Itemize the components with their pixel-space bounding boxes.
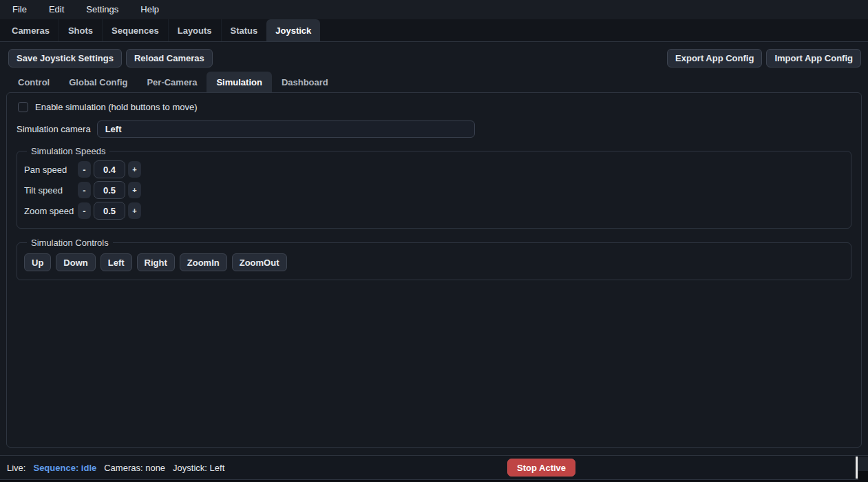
tilt-speed-row: Tilt speed - 0.5 + xyxy=(24,180,843,200)
simulation-camera-label: Simulation camera xyxy=(17,124,91,134)
menu-help[interactable]: Help xyxy=(129,0,170,19)
simulation-controls-group: Simulation Controls Up Down Left Right Z… xyxy=(17,238,851,280)
tilt-speed-stepper: - 0.5 + xyxy=(78,181,141,199)
enable-simulation-label: Enable simulation (hold buttons to move) xyxy=(35,102,198,112)
zoom-speed-increment-button[interactable]: + xyxy=(128,202,141,219)
pan-speed-stepper: - 0.4 + xyxy=(78,160,141,178)
sim-left-button[interactable]: Left xyxy=(100,253,132,271)
menu-edit[interactable]: Edit xyxy=(38,0,75,19)
tab-joystick[interactable]: Joystick xyxy=(266,19,320,41)
simulation-controls-row: Up Down Left Right ZoomIn ZoomOut xyxy=(24,251,843,273)
menu-file[interactable]: File xyxy=(1,0,38,19)
sim-up-button[interactable]: Up xyxy=(24,253,51,271)
scrollbar-thumb[interactable] xyxy=(856,457,858,479)
status-bar: Live: Sequence: idle Cameras: none Joyst… xyxy=(0,455,868,480)
status-live-label: Live: xyxy=(7,463,25,473)
tab-sequences[interactable]: Sequences xyxy=(102,19,168,41)
tilt-speed-value[interactable]: 0.5 xyxy=(94,181,125,199)
simulation-controls-legend: Simulation Controls xyxy=(27,238,113,248)
subtab-global-config[interactable]: Global Config xyxy=(59,72,137,92)
sim-down-button[interactable]: Down xyxy=(56,253,95,271)
zoom-speed-label: Zoom speed xyxy=(24,206,78,216)
pan-speed-label: Pan speed xyxy=(24,165,78,175)
enable-simulation-row: Enable simulation (hold buttons to move) xyxy=(18,102,851,112)
simulation-camera-input[interactable] xyxy=(97,120,475,138)
zoom-speed-stepper: - 0.5 + xyxy=(78,202,141,220)
simulation-speeds-legend: Simulation Speeds xyxy=(27,146,109,156)
tab-shots[interactable]: Shots xyxy=(59,19,102,41)
joystick-toolbar: Save Joystick Settings Reload Cameras Ex… xyxy=(0,42,868,72)
pan-speed-decrement-button[interactable]: - xyxy=(78,161,91,178)
tilt-speed-label: Tilt speed xyxy=(24,185,78,196)
status-cameras: Cameras: none xyxy=(104,463,165,473)
sim-zoomout-button[interactable]: ZoomOut xyxy=(232,253,287,271)
joystick-page: Save Joystick Settings Reload Cameras Ex… xyxy=(0,41,868,455)
tab-status[interactable]: Status xyxy=(221,19,267,41)
main-tab-bar: Cameras Shots Sequences Layouts Status J… xyxy=(0,19,868,41)
status-sequence: Sequence: idle xyxy=(33,463,96,473)
sim-zoomin-button[interactable]: ZoomIn xyxy=(180,253,227,271)
zoom-speed-decrement-button[interactable]: - xyxy=(78,202,91,219)
menu-bar: File Edit Settings Help xyxy=(0,0,868,19)
simulation-camera-row: Simulation camera xyxy=(17,120,851,138)
menu-settings[interactable]: Settings xyxy=(75,0,129,19)
pan-speed-value[interactable]: 0.4 xyxy=(94,160,125,178)
tab-layouts[interactable]: Layouts xyxy=(168,19,221,41)
tab-cameras[interactable]: Cameras xyxy=(0,19,59,41)
stop-active-button[interactable]: Stop Active xyxy=(507,459,575,476)
joystick-sub-tab-bar: Control Global Config Per-Camera Simulat… xyxy=(8,72,868,92)
subtab-dashboard[interactable]: Dashboard xyxy=(272,72,338,92)
sim-right-button[interactable]: Right xyxy=(137,253,175,271)
status-joystick: Joystick: Left xyxy=(173,463,224,473)
simulation-panel: Enable simulation (hold buttons to move)… xyxy=(6,92,862,448)
subtab-control[interactable]: Control xyxy=(8,72,59,92)
scrollbar-corner xyxy=(858,471,868,480)
import-app-config-button[interactable]: Import App Config xyxy=(766,49,861,67)
tilt-speed-increment-button[interactable]: + xyxy=(128,182,141,198)
zoom-speed-value[interactable]: 0.5 xyxy=(94,202,125,220)
export-app-config-button[interactable]: Export App Config xyxy=(667,49,762,67)
enable-simulation-checkbox[interactable] xyxy=(18,102,28,112)
save-joystick-settings-button[interactable]: Save Joystick Settings xyxy=(8,49,122,67)
zoom-speed-row: Zoom speed - 0.5 + xyxy=(24,200,843,221)
subtab-per-camera[interactable]: Per-Camera xyxy=(137,72,207,92)
subtab-simulation[interactable]: Simulation xyxy=(207,72,271,92)
pan-speed-row: Pan speed - 0.4 + xyxy=(24,159,843,180)
reload-cameras-button[interactable]: Reload Cameras xyxy=(126,49,213,67)
pan-speed-increment-button[interactable]: + xyxy=(128,161,141,178)
simulation-speeds-group: Simulation Speeds Pan speed - 0.4 + Tilt… xyxy=(17,146,851,229)
tilt-speed-decrement-button[interactable]: - xyxy=(78,182,91,198)
